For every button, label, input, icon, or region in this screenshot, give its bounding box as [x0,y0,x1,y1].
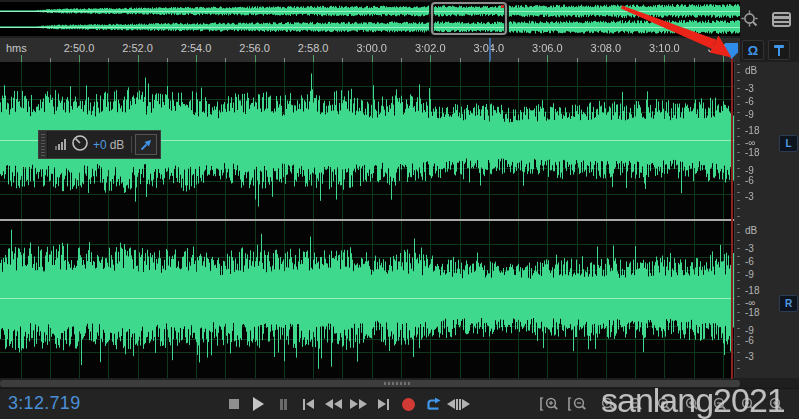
time-tick [196,55,197,62]
time-label: 2:52.0 [122,42,153,54]
hud-drag-handle[interactable] [39,131,48,158]
db-scale-label: -18 [745,285,759,296]
time-tick [138,55,139,62]
record-button[interactable] [397,393,420,415]
audio-editor-window: hms 2:50.02:52.02:54.02:56.02:58.03:00.0… [0,0,799,419]
pin-icon [140,139,152,151]
db-scale-label: -3 [745,351,754,362]
db-scale-label: -6 [745,96,754,107]
pause-button[interactable] [272,393,295,415]
time-label: 3:10.0 [649,42,680,54]
waveform-editor-area[interactable]: +0 dB [0,62,734,378]
volume-bars-icon [55,139,66,150]
db-scale-label: -18 [745,147,759,158]
time-tick [372,55,373,62]
rewind-icon [334,399,342,409]
add-marker-button[interactable] [768,40,790,60]
hud-volume-panel[interactable]: +0 dB [38,130,161,159]
overview-waveform[interactable] [0,2,740,36]
marker-pin-icon [774,45,784,56]
time-tick [664,55,665,62]
scrollbar-grip[interactable] [384,382,412,385]
zoom-in-amplitude-button[interactable] [540,396,558,413]
play-button[interactable] [247,393,270,415]
time-label: 3:06.0 [532,42,563,54]
time-label: 2:50.0 [64,42,95,54]
skip-start-icon [306,399,314,409]
watermark: sanlang2021 [601,381,785,419]
db-scale-label: -3 [745,83,754,94]
stop-button[interactable] [222,393,245,415]
overview-waveform-panel[interactable] [0,2,740,36]
db-scale-label: -6 [745,335,754,346]
time-label: 2:58.0 [298,42,329,54]
timeline-ruler[interactable]: hms 2:50.02:52.02:54.02:56.02:58.03:00.0… [0,38,740,63]
snap-toggle-button[interactable]: Ω [742,40,764,60]
skip-to-start-button[interactable] [297,393,320,415]
db-scale-label: dB [745,225,757,236]
overview-marker-dot [501,5,504,8]
play-icon [253,397,264,411]
gain-unit-label: dB [110,138,125,152]
db-scale-label: -3 [745,191,754,202]
db-scale-label: -9 [745,109,754,120]
db-scale-label: -18 [745,125,759,136]
panel-menu-icon[interactable] [772,12,791,27]
loop-playback-button[interactable] [422,393,445,415]
skip-selection-icon [462,399,470,409]
time-tick [313,55,314,62]
amplitude-ruler-panel[interactable]: dB-3-6-9-18-∞-18-9-6-3LdB-3-6-9-18-∞-18-… [734,62,799,378]
time-format-label: hms [6,42,27,54]
time-tick [21,55,22,62]
time-tick [606,55,607,62]
time-tick [723,55,724,62]
channel-badge-l[interactable]: L [779,135,798,152]
time-display[interactable]: 3:12.719 [8,393,80,414]
stop-icon [229,399,239,409]
hud-pin-button[interactable] [135,134,157,155]
gain-knob-icon[interactable] [71,134,89,156]
db-scale-label: -3 [745,243,754,254]
time-label: 3:08.0 [591,42,622,54]
overview-view-rectangle[interactable] [431,2,507,35]
db-scale-label: -18 [745,307,759,318]
loop-icon [425,397,442,412]
magnet-icon: Ω [748,44,758,57]
fast-forward-button[interactable] [347,393,370,415]
navigate-zoom-icon[interactable] [741,10,760,29]
db-scale-label: -9 [745,269,754,280]
zoom-out-amplitude-button[interactable] [568,396,586,413]
channel-badge-r[interactable]: R [779,295,798,312]
gain-value[interactable]: +0 [93,138,107,152]
time-tick [547,55,548,62]
time-tick [430,55,431,62]
fast-forward-icon [359,399,367,409]
time-label: 2:56.0 [239,42,270,54]
db-scale-label: -6 [745,175,754,186]
timeline-marker-line[interactable] [489,38,491,61]
skip-selection-button[interactable] [447,393,470,415]
time-tick [79,55,80,62]
db-scale-label: -6 [745,256,754,267]
playhead-line[interactable] [731,57,733,379]
time-label: 2:54.0 [181,42,212,54]
time-tick [255,55,256,62]
skip-to-end-button[interactable] [372,393,395,415]
channel-divider[interactable] [0,219,734,221]
skip-end-icon [378,399,386,409]
rewind-button[interactable] [322,393,345,415]
time-label: 3:02.0 [415,42,446,54]
hud-separator [131,136,132,153]
time-label: 3:00.0 [356,42,387,54]
db-scale-label: dB [745,65,757,76]
record-icon [402,398,415,411]
